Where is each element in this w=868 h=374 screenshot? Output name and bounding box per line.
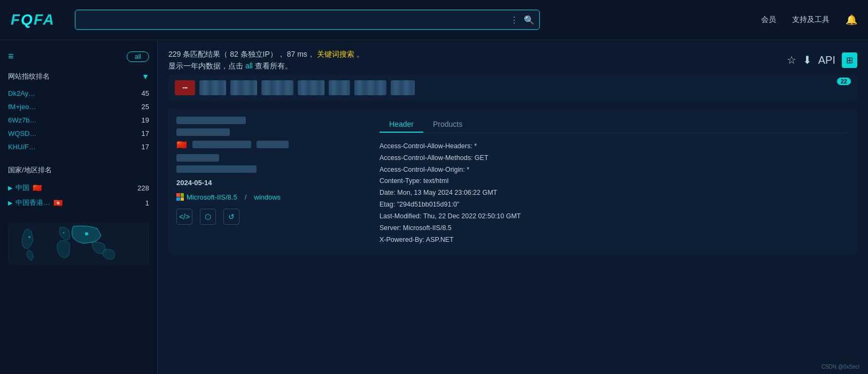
- header-line-6: Etag: "294d51bb015d91:0": [379, 199, 849, 211]
- refresh-icon-button[interactable]: ↺: [223, 209, 239, 225]
- thumb-6: [354, 80, 386, 95]
- more-options-button[interactable]: ⋮: [510, 15, 518, 25]
- info-blurred-3: [176, 165, 257, 173]
- info-blurred-2: [176, 154, 219, 162]
- main-content: ≡ all 网站指纹排名 ▼ Dk2Ay… 45 fM+jeo… 25 6Wz7…: [0, 40, 868, 374]
- result-meta: 🇨🇳: [176, 140, 369, 150]
- svg-point-1: [85, 232, 88, 235]
- microsoft-icon: [176, 193, 184, 201]
- thumb-5: [329, 80, 350, 95]
- all-badge[interactable]: all: [127, 51, 149, 62]
- result-right: Header Products Access-Control-Allow-Hea…: [379, 117, 849, 246]
- tech-os-badge[interactable]: windows: [254, 193, 281, 201]
- time-ms: 87: [287, 50, 296, 58]
- result-tech: Microsoft-IIS/8.5 / windows: [176, 193, 369, 201]
- results-area: 229 条匹配结果（ 82 条独立IP）， 87 ms， 关键词搜索 。 显示一…: [158, 40, 868, 374]
- all-link[interactable]: all: [245, 62, 253, 70]
- header-line-2: Access-Control-Allow-Methods: GET: [379, 152, 849, 164]
- results-header: 229 条匹配结果（ 82 条独立IP）， 87 ms， 关键词搜索 。 显示一…: [168, 48, 857, 72]
- result-card: 🇨🇳 2024-05-14 Microsof: [168, 109, 857, 254]
- unique-ip-count: 82: [230, 50, 238, 58]
- sidebar: ≡ all 网站指纹排名 ▼ Dk2Ay… 45 fM+jeo… 25 6Wz7…: [0, 40, 158, 374]
- header-nav: 会员 支持及工具 🔔: [761, 14, 857, 26]
- total-count: 229: [168, 50, 181, 58]
- fingerprint-section-title: 网站指纹排名 ▼: [8, 72, 149, 81]
- result-left: 🇨🇳 2024-05-14 Microsof: [176, 117, 369, 246]
- country-section-title: 国家/地区排名: [8, 165, 149, 175]
- screenshot-row: ▪▪▪ 22: [168, 75, 857, 101]
- summary-text-2: 条独立IP），: [241, 50, 285, 58]
- expand-arrow-0: ▶: [8, 185, 12, 192]
- sub-text-1: 显示一年内数据，点击: [168, 62, 243, 70]
- thumb-3: [261, 80, 293, 95]
- filter-icon[interactable]: ≡: [8, 51, 14, 62]
- svg-point-2: [28, 236, 30, 238]
- fingerprint-section: 网站指纹排名 ▼ Dk2Ay… 45 fM+jeo… 25 6Wz7b… 19 …: [8, 72, 149, 154]
- header-line-4: Content-Type: text/html: [379, 175, 849, 187]
- results-actions: ☆ ⬇ API ⊞: [787, 52, 857, 68]
- result-date: 2024-05-14: [176, 179, 369, 187]
- star-button[interactable]: ☆: [787, 54, 796, 66]
- summary-text-1: 条匹配结果（: [183, 50, 228, 58]
- thumb-main: ▪▪▪: [175, 80, 195, 95]
- tab-header[interactable]: Header: [379, 117, 423, 133]
- url-blurred: [176, 117, 246, 124]
- api-button[interactable]: API: [818, 54, 835, 66]
- fingerprint-item-0[interactable]: Dk2Ay… 45: [8, 87, 149, 100]
- country-item-1[interactable]: ▶ 中国香港… 🇭🇰 1: [8, 195, 149, 210]
- thumb-7: [391, 80, 415, 95]
- support-link[interactable]: 支持及工具: [792, 15, 830, 25]
- tab-products[interactable]: Products: [423, 117, 472, 133]
- meta-blurred-2: [257, 141, 289, 148]
- search-input[interactable]: icon_hash="1632964065" || icon_hash="-21…: [75, 10, 540, 30]
- footer-note: CSDN @0xSecl: [821, 364, 859, 370]
- tech-iis-badge[interactable]: Microsoft-IIS/8.5: [176, 193, 237, 201]
- summary-text-4: 。: [356, 50, 364, 58]
- fingerprint-filter-icon[interactable]: ▼: [142, 72, 149, 81]
- info-blurred-1: [176, 128, 230, 136]
- country-section: 国家/地区排名 ▶ 中国 🇨🇳 228 ▶ 中国香港… 🇭🇰 1: [8, 165, 149, 210]
- logo: FQFA: [11, 11, 64, 28]
- search-bar-wrapper: icon_hash="1632964065" || icon_hash="-21…: [75, 10, 540, 30]
- thumb-1: [199, 80, 226, 95]
- grid-view-button[interactable]: ⊞: [842, 52, 857, 68]
- summary-text-3: ms，: [297, 50, 315, 58]
- fingerprint-item-2[interactable]: 6Wz7b… 19: [8, 113, 149, 127]
- header-line-9: X-Powered-By: ASP.NET: [379, 234, 849, 246]
- header-line-5: Date: Mon, 13 May 2024 23:06:22 GMT: [379, 187, 849, 199]
- meta-blurred-1: [192, 141, 251, 148]
- member-link[interactable]: 会员: [761, 15, 776, 25]
- tabs: Header Products: [379, 117, 849, 133]
- hex-icon-button[interactable]: ⬡: [200, 209, 216, 225]
- world-map: [8, 222, 149, 265]
- sidebar-filter-header: ≡ all: [8, 51, 149, 62]
- bell-icon[interactable]: 🔔: [846, 14, 857, 26]
- header-info: Access-Control-Allow-Headers: * Access-C…: [379, 141, 849, 246]
- count-badge: 22: [837, 78, 851, 85]
- result-url: [176, 117, 369, 124]
- thumb-4: [298, 80, 324, 95]
- fingerprint-item-4[interactable]: KHU/F… 17: [8, 140, 149, 154]
- sub-text-2: 查看所有。: [255, 62, 292, 70]
- fingerprint-item-1[interactable]: fM+jeo… 25: [8, 100, 149, 113]
- header: FQFA icon_hash="1632964065" || icon_hash…: [0, 0, 868, 40]
- separator: /: [245, 193, 247, 201]
- fingerprint-item-3[interactable]: WQSD… 17: [8, 127, 149, 140]
- country-item-0[interactable]: ▶ 中国 🇨🇳 228: [8, 180, 149, 195]
- code-icon-button[interactable]: </>: [176, 209, 192, 225]
- expand-arrow-1: ▶: [8, 200, 12, 207]
- result-icons: </> ⬡ ↺: [176, 209, 369, 225]
- thumb-2: [230, 80, 257, 95]
- header-line-8: Server: Microsoft-IIS/8.5: [379, 223, 849, 234]
- country-flag: 🇨🇳: [176, 140, 187, 150]
- results-summary: 229 条匹配结果（ 82 条独立IP）， 87 ms， 关键词搜索 。 显示一…: [168, 48, 364, 72]
- keyword-search-link[interactable]: 关键词搜索: [317, 50, 354, 58]
- header-line-3: Access-Control-Allow-Origin: *: [379, 164, 849, 176]
- svg-point-3: [63, 232, 65, 234]
- search-icons: ⋮ 🔍: [510, 15, 534, 25]
- header-line-1: Access-Control-Allow-Headers: *: [379, 141, 849, 152]
- download-button[interactable]: ⬇: [803, 54, 812, 66]
- header-line-7: Last-Modified: Thu, 22 Dec 2022 02:50:10…: [379, 211, 849, 223]
- search-submit-button[interactable]: 🔍: [524, 15, 534, 25]
